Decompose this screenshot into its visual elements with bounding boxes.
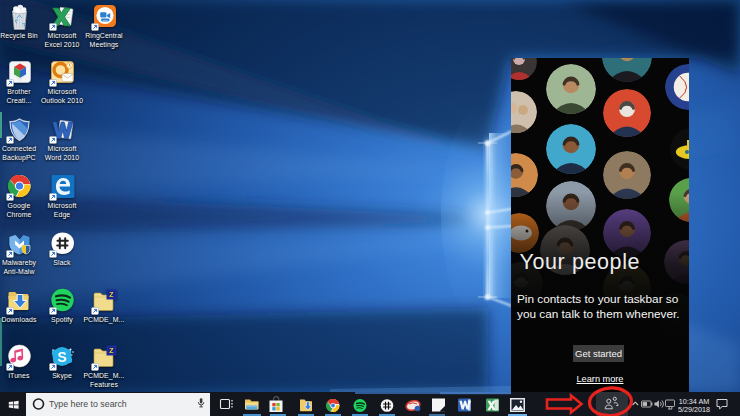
svg-text:S: S (57, 349, 66, 365)
svg-text:Z: Z (109, 291, 114, 298)
svg-text:Type here to search: Type here to search (49, 399, 127, 409)
svg-text:Ring: Ring (102, 19, 108, 22)
svg-text:5/29/2018: 5/29/2018 (678, 405, 710, 414)
svg-text:Z: Z (109, 347, 114, 354)
